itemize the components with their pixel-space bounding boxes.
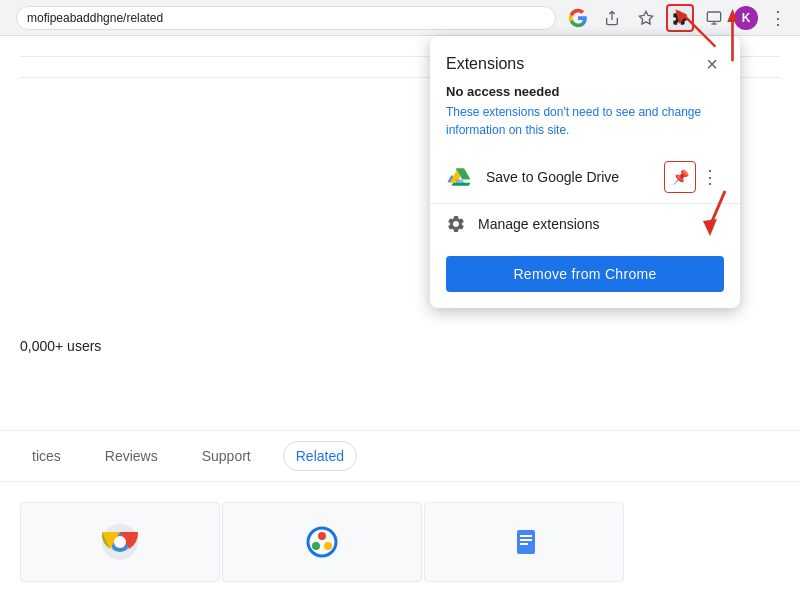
browser-icons: K ⋮ [564,4,792,32]
more-icon: ⋮ [701,166,719,188]
share-btn[interactable] [598,4,626,32]
google-icon-btn[interactable] [564,4,592,32]
svg-rect-14 [520,535,532,537]
tab-reviews[interactable]: Reviews [93,442,170,470]
svg-rect-13 [517,530,535,554]
screen-btn[interactable] [700,4,728,32]
close-icon: × [706,53,718,76]
tab-related[interactable]: Related [283,441,357,471]
ext-thumb-3[interactable] [424,502,624,582]
puzzle-icon [672,10,688,26]
svg-point-11 [312,542,320,550]
star-icon [638,10,654,26]
extensions-btn[interactable] [666,4,694,32]
docs-icon [504,522,544,562]
svg-point-10 [324,542,332,550]
ext-thumb-2[interactable] [222,502,422,582]
colorpicker-icon [302,522,342,562]
popup-title: Extensions [446,55,524,73]
svg-rect-16 [520,543,528,545]
avatar-letter: K [742,11,751,25]
share-icon [604,10,620,26]
menu-btn[interactable]: ⋮ [764,4,792,32]
svg-point-6 [114,536,126,548]
bookmark-btn[interactable] [632,4,660,32]
svg-rect-15 [520,539,532,541]
manage-extensions-item[interactable]: Manage extensions [430,203,740,244]
extension-name-drive: Save to Google Drive [486,169,664,185]
ext-thumb-1[interactable] [20,502,220,582]
avatar-btn[interactable]: K [734,6,758,30]
extension-item-drive: Save to Google Drive 📌 ⋮ [430,151,740,203]
remove-from-chrome-btn[interactable]: Remove from Chrome [446,256,724,292]
pin-icon: 📌 [672,169,689,185]
no-access-section: No access needed These extensions don't … [430,84,740,151]
browser-toolbar: mofipeabaddhgne/related [0,0,800,36]
pin-btn[interactable]: 📌 [664,161,696,193]
more-options-btn[interactable]: ⋮ [696,163,724,191]
no-access-title: No access needed [446,84,724,99]
users-count: 0,000+ users [20,338,780,354]
manage-extensions-text: Manage extensions [478,216,599,232]
google-drive-icon [446,163,474,191]
url-bar[interactable]: mofipeabaddhgne/related [16,6,556,30]
extension-thumbnails [0,492,800,592]
extensions-popup: Extensions × No access needed These exte… [430,36,740,308]
google-g-icon [568,8,588,28]
no-access-desc: These extensions don't need to see and c… [446,103,724,139]
menu-dots: ⋮ [769,7,787,29]
url-text: mofipeabaddhgne/related [27,11,163,25]
remove-btn-section: Remove from Chrome [430,244,740,308]
svg-rect-1 [707,12,720,21]
tab-bar: tices Reviews Support Related [0,430,800,482]
tab-practices[interactable]: tices [20,442,73,470]
popup-header: Extensions × [430,36,740,84]
gear-icon [446,214,466,234]
chrome-icon [100,522,140,562]
users-count-text: 0,000+ users [20,338,101,354]
close-btn[interactable]: × [700,52,724,76]
screen-icon [706,10,722,26]
svg-point-9 [318,532,326,540]
svg-marker-0 [639,11,652,24]
tab-support[interactable]: Support [190,442,263,470]
